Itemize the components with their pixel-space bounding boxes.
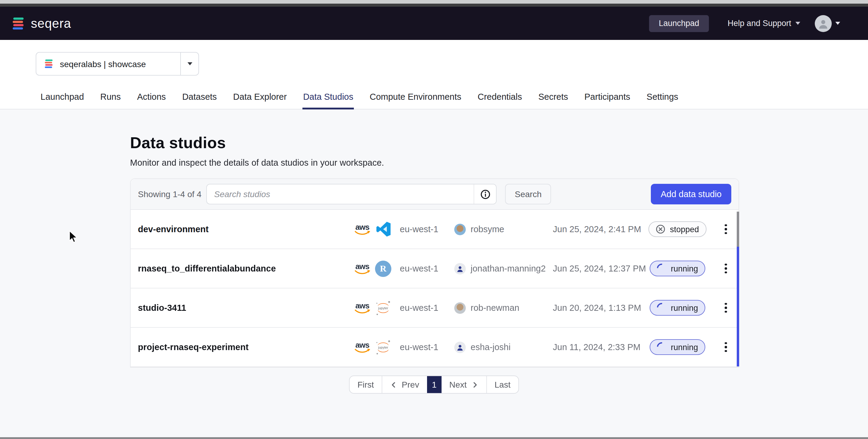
row-actions-menu[interactable] — [722, 340, 739, 355]
tab-participants[interactable]: Participants — [584, 92, 631, 109]
user-name: jonathan-manning2 — [471, 264, 546, 273]
person-icon — [456, 343, 464, 351]
screen-top-strip — [0, 0, 868, 4]
table-row[interactable]: project-rnaseq-experiment aws jupyter — [131, 328, 739, 367]
created-date: Jun 25, 2024, 12:37 PM — [553, 264, 656, 273]
top-navbar: seqera Launchpad Help and Support — [0, 7, 868, 40]
region: eu-west-1 — [400, 342, 454, 352]
status-badge: running — [650, 300, 705, 316]
help-and-support-menu[interactable]: Help and Support — [728, 19, 800, 28]
user-avatar — [454, 341, 466, 353]
aws-icon: aws — [353, 263, 371, 274]
chevron-right-icon — [471, 381, 478, 388]
table-row[interactable]: dev-environment aws eu-west-1 — [131, 210, 739, 249]
region: eu-west-1 — [400, 224, 454, 234]
avatar — [815, 15, 832, 32]
tab-secrets[interactable]: Secrets — [538, 92, 568, 109]
table-scrollbar[interactable] — [737, 212, 739, 367]
screen-top-strip-dark — [0, 4, 868, 7]
vscode-icon — [375, 221, 391, 237]
search-info-button[interactable] — [474, 184, 496, 204]
page-subtitle: Monitor and inspect the details of data … — [130, 158, 868, 167]
jupyter-icon: jupyter — [375, 339, 391, 355]
info-icon — [480, 189, 490, 199]
status-badge: running — [650, 261, 705, 276]
tab-datasets[interactable]: Datasets — [182, 92, 217, 109]
aws-icon: aws — [353, 302, 371, 314]
launchpad-button[interactable]: Launchpad — [649, 15, 709, 32]
seqera-brand[interactable]: seqera — [11, 16, 71, 31]
created-date: Jun 20, 2024, 1:13 PM — [553, 303, 656, 313]
region: eu-west-1 — [400, 303, 454, 313]
search-input-group — [206, 184, 497, 205]
user-name: rob-newman — [471, 303, 519, 313]
row-actions-menu[interactable] — [722, 261, 739, 276]
user-name: robsyme — [471, 224, 504, 234]
spinner-icon — [655, 261, 669, 275]
user-avatar — [454, 263, 466, 274]
workspace-selector[interactable]: seqeralabs | showcase — [36, 52, 199, 75]
chevron-left-icon — [390, 381, 397, 388]
search-input[interactable] — [207, 184, 474, 204]
studio-icons: aws jupyter — [353, 339, 400, 355]
brand-wordmark: seqera — [31, 16, 71, 31]
tab-runs[interactable]: Runs — [100, 92, 122, 109]
studio-name: dev-environment — [138, 224, 353, 234]
table-row[interactable]: rnaseq_to_differentialabundance aws R eu… — [131, 249, 739, 288]
tab-data-studios[interactable]: Data Studios — [303, 92, 354, 109]
tab-launchpad[interactable]: Launchpad — [40, 92, 85, 109]
user-cell: jonathan-manning2 — [454, 263, 553, 274]
user-avatar — [454, 302, 466, 314]
user-avatar — [454, 223, 466, 235]
tab-data-explorer[interactable]: Data Explorer — [232, 92, 287, 109]
workspace-selector-value: seqeralabs | showcase — [60, 59, 146, 69]
rstudio-icon: R — [375, 260, 391, 277]
row-actions-menu[interactable] — [722, 301, 739, 315]
search-button[interactable]: Search — [505, 184, 551, 205]
user-cell: rob-newman — [454, 302, 553, 314]
help-and-support-label: Help and Support — [728, 19, 791, 28]
chevron-down-icon — [187, 62, 192, 65]
x-circle-icon — [656, 224, 666, 234]
person-icon — [817, 17, 829, 29]
pagination: First Prev 1 Next Last — [349, 376, 519, 394]
screen-bottom-strip — [0, 437, 868, 439]
pagination-first[interactable]: First — [350, 376, 382, 393]
tab-actions[interactable]: Actions — [136, 92, 166, 109]
pagination-prev[interactable]: Prev — [382, 376, 427, 393]
user-cell: esha-joshi — [454, 341, 553, 353]
showing-count: Showing 1-4 of 4 — [138, 189, 206, 199]
add-data-studio-button[interactable]: Add data studio — [651, 184, 731, 205]
seqera-mark-icon — [43, 59, 54, 69]
studio-icons: aws jupyter — [353, 300, 400, 316]
user-cell: robsyme — [454, 223, 553, 235]
studio-icons: aws R — [353, 260, 400, 277]
region: eu-west-1 — [400, 264, 454, 273]
svg-text:jupyter: jupyter — [378, 306, 388, 310]
main-content: Data studios Monitor and inspect the det… — [0, 109, 868, 439]
scrollbar-thumb[interactable] — [737, 212, 739, 247]
pagination-next[interactable]: Next — [441, 376, 486, 393]
tab-compute-environments[interactable]: Compute Environments — [369, 92, 462, 109]
scrollbar-track-highlight — [737, 247, 739, 367]
spinner-icon — [655, 301, 669, 314]
page-title: Data studios — [130, 135, 868, 151]
app-window: seqera Launchpad Help and Support — [0, 0, 868, 439]
studio-icons: aws — [353, 221, 400, 237]
workspace-tabs: Launchpad Runs Actions Datasets Data Exp… — [40, 92, 679, 109]
created-date: Jun 11, 2024, 2:33 PM — [553, 342, 656, 352]
tab-settings[interactable]: Settings — [646, 92, 679, 109]
row-actions-menu[interactable] — [722, 222, 739, 237]
workspace-selector-dropdown-toggle[interactable] — [180, 53, 198, 75]
seqera-logo-icon — [11, 16, 25, 31]
table-row[interactable]: studio-3411 aws jupyter — [131, 288, 739, 328]
pagination-current-page[interactable]: 1 — [427, 376, 441, 393]
tab-credentials[interactable]: Credentials — [477, 92, 523, 109]
user-name: esha-joshi — [471, 342, 510, 352]
chevron-down-icon — [796, 22, 800, 25]
user-menu[interactable] — [815, 15, 840, 32]
aws-icon: aws — [353, 223, 371, 235]
data-studios-panel: Showing 1-4 of 4 Search Add data studio — [130, 178, 739, 368]
pagination-last[interactable]: Last — [486, 376, 518, 393]
table-toolbar: Showing 1-4 of 4 Search Add data studio — [131, 179, 739, 210]
